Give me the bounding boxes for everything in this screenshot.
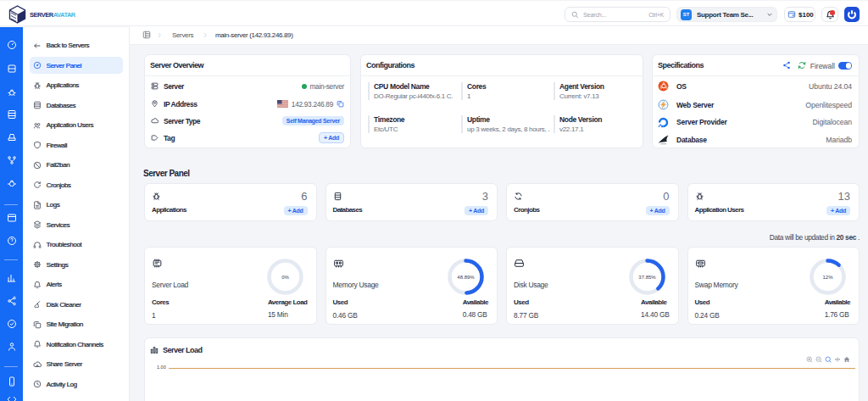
svg-text:37.85%: 37.85%: [638, 275, 656, 280]
svg-text:12%: 12%: [822, 275, 833, 280]
svg-text:48.89%: 48.89%: [457, 275, 475, 280]
svg-text:0%: 0%: [281, 275, 289, 280]
